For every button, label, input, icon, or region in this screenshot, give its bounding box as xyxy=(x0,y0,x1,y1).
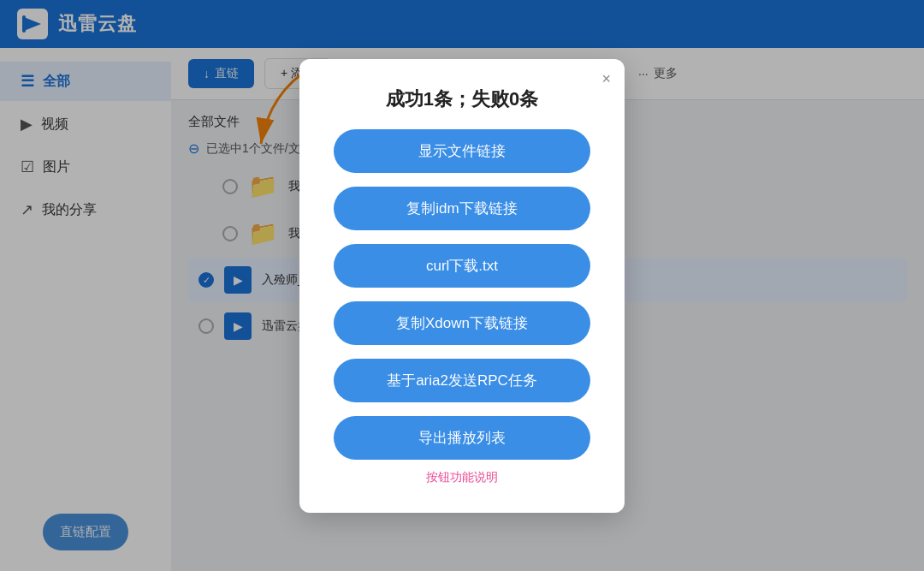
show-link-button[interactable]: 显示文件链接 xyxy=(334,129,590,173)
modal-close-button[interactable]: × xyxy=(601,71,611,86)
modal-overlay: × 成功1条；失败0条 显示文件链接 复制idm下载链接 curl下载.txt … xyxy=(0,0,924,571)
modal-title: 成功1条；失败0条 xyxy=(386,86,538,112)
export-playlist-button[interactable]: 导出播放列表 xyxy=(334,416,590,460)
help-link[interactable]: 按钮功能说明 xyxy=(426,470,498,485)
curl-download-button[interactable]: curl下载.txt xyxy=(334,244,590,288)
modal-dialog: × 成功1条；失败0条 显示文件链接 复制idm下载链接 curl下载.txt … xyxy=(299,59,625,513)
aria2-rpc-button[interactable]: 基于aria2发送RPC任务 xyxy=(334,359,590,402)
copy-xdown-button[interactable]: 复制Xdown下载链接 xyxy=(334,301,590,345)
copy-idm-button[interactable]: 复制idm下载链接 xyxy=(334,187,590,230)
